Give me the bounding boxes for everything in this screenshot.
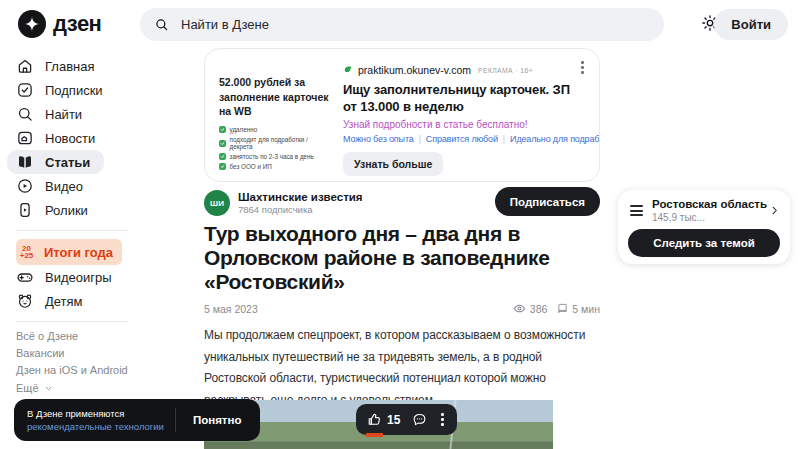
cookie-notice: В Дзене применяются рекомендательные тех… (14, 399, 260, 441)
video-icon (16, 177, 34, 195)
sidebar-item-home[interactable]: Главная (16, 54, 192, 78)
link-vacancies[interactable]: Вакансии (16, 347, 192, 359)
topic-subscribers: 145,9 тыс... (652, 212, 760, 223)
ad-checklist-item: удаленно (219, 126, 331, 133)
ad-domain: praktikum.okunev-v.com (358, 64, 471, 76)
chevron-down-icon (44, 384, 53, 393)
login-button[interactable]: Войти (714, 9, 788, 40)
channel-name: Шахтинские известия (238, 191, 363, 204)
leaf-icon (343, 65, 353, 75)
ad-tag[interactable]: Идеально для подработки (510, 134, 600, 144)
tag-separator: | (503, 134, 505, 144)
like-button[interactable]: 15 (367, 412, 400, 427)
article-date: 5 мая 2023 (204, 303, 258, 315)
video-progress-bar (366, 433, 383, 437)
ad-tag[interactable]: Справится любой (426, 134, 498, 144)
ad-checklist-item: подходит для подработки / декрета (219, 136, 331, 150)
sidebar-item-shorts[interactable]: Ролики (16, 198, 192, 222)
sidebar-more[interactable]: Ещё (16, 382, 192, 394)
cookie-accept-button[interactable]: Понятно (187, 413, 248, 427)
ad-headline[interactable]: Ищу заполнительницу карточек. ЗП от 13.0… (343, 82, 585, 115)
sidebar-label: Подписки (45, 83, 103, 98)
check-icon (219, 140, 226, 147)
cookie-link[interactable]: рекомендательные технологии (27, 421, 164, 432)
sidebar-label: Найти (45, 107, 82, 122)
sidebar-label: Ролики (45, 203, 88, 218)
ad-side-offer: 52.000 рублей за заполнение карточек на … (219, 75, 331, 119)
subscriptions-icon (16, 81, 34, 99)
topic-card: Ростовская область 145,9 тыс... Следить … (618, 190, 790, 264)
sidebar-divider (16, 321, 128, 322)
sidebar-item-year-results[interactable]: 20+25 Итоги года (16, 239, 122, 265)
logo-text: дзен (53, 11, 101, 37)
sidebar-item-kids[interactable]: Детям (16, 289, 192, 313)
article-meta: 5 мая 2023 386 5 мин (204, 302, 600, 315)
ad-promo-link[interactable]: Узнай подробности в статье бесплатно! (343, 119, 585, 130)
ad-kebab-menu-icon[interactable] (579, 59, 586, 76)
sidebar-label: Итоги года (44, 245, 113, 260)
home-icon (16, 57, 34, 75)
sidebar-label: Новости (45, 131, 95, 146)
channel-avatar[interactable]: ШИ (204, 190, 230, 216)
check-icon (219, 126, 226, 133)
cookie-text: В Дзене применяются (27, 408, 124, 419)
year-results-badge-icon: 20+25 (17, 245, 36, 259)
sidebar-item-video[interactable]: Видео (16, 174, 192, 198)
comment-icon[interactable] (412, 412, 427, 427)
tag-separator: | (419, 134, 421, 144)
link-about-dzen[interactable]: Всё о Дзене (16, 330, 192, 342)
articles-icon (16, 153, 34, 171)
ad-checklist-item: занятость по 2-3 часа в день (219, 153, 331, 160)
eye-icon (513, 302, 526, 315)
bear-icon (16, 292, 34, 310)
gamepad-icon (16, 268, 34, 286)
search-input[interactable] (179, 16, 650, 33)
ad-main-block: praktikum.okunev-v.com РЕКЛАМА · 16+ Ищу… (343, 62, 585, 169)
ad-side-offer-block: 52.000 рублей за заполнение карточек на … (219, 62, 331, 169)
topic-title: Ростовская область (652, 198, 760, 210)
check-icon (219, 163, 226, 170)
thumbs-up-icon (367, 412, 382, 427)
sidebar-item-search[interactable]: Найти (16, 102, 192, 126)
dzen-logo[interactable]: дзен (18, 10, 101, 38)
article-title: Тур выходного дня – два дня в Орловском … (204, 222, 600, 294)
ad-advertiser-link[interactable]: praktikum.okunev-v.com РЕКЛАМА · 16+ (343, 64, 585, 76)
article-body: Мы продолжаем спецпроект, в котором расс… (204, 325, 600, 411)
like-count: 15 (387, 413, 400, 427)
dzen-page: дзен Войти Главная Подписки Найти Новост… (0, 0, 800, 449)
channel-subscribers: 7864 подписчика (238, 204, 363, 215)
channel-link[interactable]: ШИ Шахтинские известия 7864 подписчика (204, 190, 363, 216)
ad-learn-more-button[interactable]: Узнать больше (343, 152, 443, 176)
sidebar-item-articles[interactable]: Статьи (7, 150, 104, 174)
sidebar-item-subscriptions[interactable]: Подписки (16, 78, 192, 102)
news-icon (16, 129, 34, 147)
dzen-logo-icon (18, 10, 46, 38)
shorts-icon (16, 201, 34, 219)
link-dzen-apps[interactable]: Дзен на iOS и Android (16, 364, 192, 376)
main-column: 52.000 рублей за заполнение карточек на … (204, 48, 600, 411)
sidebar-label: Главная (45, 59, 94, 74)
read-time: 5 мин (557, 303, 600, 315)
sidebar: Главная Подписки Найти Новости Статьи Ви… (16, 54, 192, 394)
sidebar-label: Детям (45, 294, 83, 309)
sidebar-footer-links: Всё о Дзене Вакансии Дзен на iOS и Andro… (16, 330, 192, 376)
subscribe-button[interactable]: Подписаться (495, 187, 600, 216)
follow-topic-button[interactable]: Следить за темой (628, 229, 780, 257)
search-icon (154, 17, 169, 32)
topic-link[interactable]: Ростовская область 145,9 тыс... (628, 198, 780, 223)
sidebar-divider (16, 230, 128, 231)
sidebar-item-games[interactable]: Видеоигры (16, 265, 192, 289)
topic-list-icon (628, 205, 643, 216)
ad-disclaimer: РЕКЛАМА · 16+ (478, 67, 533, 74)
chevron-right-icon (769, 205, 780, 216)
ad-tag[interactable]: Можно без опыта (343, 134, 414, 144)
kebab-menu-icon[interactable] (439, 411, 446, 428)
ad-tags: Можно без опыта | Справится любой | Идеа… (343, 134, 585, 144)
check-icon (219, 153, 226, 160)
channel-row: ШИ Шахтинские известия 7864 подписчика П… (204, 190, 600, 216)
ad-checklist: удаленно подходит для подработки / декре… (219, 126, 331, 170)
views-counter: 386 (513, 302, 548, 315)
sidebar-item-news[interactable]: Новости (16, 126, 192, 150)
ad-card: 52.000 рублей за заполнение карточек на … (204, 48, 600, 182)
search-bar[interactable] (140, 8, 664, 41)
